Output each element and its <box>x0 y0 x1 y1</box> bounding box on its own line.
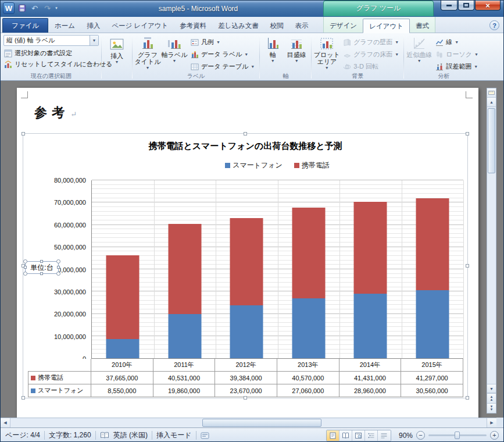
close-button[interactable]: × <box>475 1 501 10</box>
redo-button[interactable]: ↷ <box>42 3 53 13</box>
textbox-handle[interactable] <box>23 259 27 263</box>
bar-segment[interactable] <box>292 208 325 298</box>
word-logo-icon[interactable]: W <box>3 2 15 14</box>
qat-customize-dropdown[interactable]: ▼ <box>55 6 60 10</box>
ime-status-icon[interactable] <box>201 432 209 439</box>
chart-handle[interactable] <box>22 132 25 136</box>
proofing-status-icon[interactable] <box>100 432 109 439</box>
chart-title[interactable]: 携帯電話とスマートフォンの出荷台数推移と予測 <box>23 141 467 152</box>
data-labels-button[interactable]: データ ラベル ▼ <box>188 49 258 60</box>
horizontal-scrollbar[interactable]: ◀ ▶ <box>1 418 496 427</box>
bar-segment[interactable] <box>168 224 201 314</box>
maximize-button[interactable] <box>458 1 474 10</box>
undo-button[interactable]: ↶ <box>29 3 40 13</box>
chart-element-combobox[interactable]: 縦 (値) 軸 ラベル ▼ <box>3 35 99 46</box>
previous-page-button[interactable]: ▲▲ <box>487 393 496 403</box>
tab-review[interactable]: 校閲 <box>264 19 289 33</box>
stacked-bar[interactable] <box>168 180 201 358</box>
ruler-toggle-button[interactable] <box>487 88 496 98</box>
vertical-scroll-thumb[interactable] <box>488 108 495 173</box>
save-button[interactable] <box>16 3 27 13</box>
textbox-handle[interactable] <box>57 266 60 269</box>
help-icon[interactable]: ? <box>489 20 499 30</box>
horizontal-scroll-track[interactable] <box>10 418 487 427</box>
scroll-down-button[interactable]: ▼ <box>487 384 496 393</box>
chart-handle[interactable] <box>466 264 469 268</box>
plot-area-button[interactable]: プロット エリア ▼ <box>313 34 340 72</box>
textbox-handle[interactable] <box>23 272 27 276</box>
zoom-slider[interactable] <box>428 434 487 436</box>
view-web-layout-button[interactable] <box>352 430 365 441</box>
view-draft-button[interactable] <box>378 430 391 441</box>
axes-button[interactable]: 軸 ▼ <box>262 34 284 72</box>
legend-button[interactable]: 凡例 ▼ <box>188 37 258 48</box>
bar-segment[interactable] <box>354 202 387 294</box>
tab-references[interactable]: 参考資料 <box>174 19 212 33</box>
stacked-bar[interactable] <box>230 180 263 358</box>
zoom-out-button[interactable]: − <box>416 431 425 440</box>
chart-object[interactable]: 携帯電話とスマートフォンの出荷台数推移と予測 スマートフォン携帯電話 010,0… <box>23 133 468 398</box>
lines-button[interactable]: 線 ▼ <box>432 37 481 48</box>
bar-segment[interactable] <box>292 298 325 359</box>
view-outline-button[interactable] <box>365 430 378 441</box>
legend-item[interactable]: スマートフォン <box>225 161 283 170</box>
tab-chart-format[interactable]: 書式 <box>410 19 435 33</box>
data-table-button[interactable]: データ テーブル ▼ <box>188 61 258 72</box>
tab-chart-layout[interactable]: レイアウト <box>363 19 410 33</box>
zoom-level[interactable]: 90% <box>399 432 413 440</box>
textbox-handle[interactable] <box>40 260 43 263</box>
bar-segment[interactable] <box>106 339 140 358</box>
vertical-scroll-track[interactable] <box>487 107 496 384</box>
textbox-handle[interactable] <box>24 266 27 269</box>
view-fullscreen-reading-button[interactable] <box>339 430 352 441</box>
page-indicator[interactable]: ページ: 4/4 <box>5 430 40 440</box>
scroll-right-button[interactable]: ▶ <box>487 418 496 427</box>
gridlines-button[interactable]: 目盛線 ▼ <box>284 34 309 72</box>
legend-item[interactable]: 携帯電話 <box>294 161 330 170</box>
chart-title-button[interactable]: グラフ タイトル ▼ <box>134 34 161 72</box>
bar-segment[interactable] <box>416 290 449 358</box>
language-indicator[interactable]: 英語 (米国) <box>113 430 148 440</box>
chart-handle[interactable] <box>22 396 25 400</box>
tab-insert[interactable]: 挿入 <box>81 19 106 33</box>
next-page-button[interactable]: ▼▼ <box>487 403 496 413</box>
stacked-bar[interactable] <box>416 180 449 358</box>
bar-segment[interactable] <box>416 198 449 290</box>
zoom-in-button[interactable]: + <box>490 431 499 440</box>
char-count[interactable]: 文字数: 1,260 <box>49 430 91 440</box>
chart-handle[interactable] <box>466 396 469 400</box>
chart-legend[interactable]: スマートフォン携帯電話 <box>91 161 463 170</box>
scroll-up-button[interactable]: ▲ <box>487 98 496 107</box>
bar-segment[interactable] <box>230 305 263 358</box>
stacked-bar[interactable] <box>106 180 140 358</box>
reset-to-style-button[interactable]: リセットしてスタイルに合わせる <box>3 59 99 70</box>
zoom-slider-thumb[interactable] <box>455 432 460 439</box>
tab-file[interactable]: ファイル <box>2 18 48 33</box>
chart-handle[interactable] <box>244 396 247 400</box>
combobox-dropdown-icon[interactable]: ▼ <box>90 35 98 45</box>
bar-segment[interactable] <box>354 294 387 358</box>
textbox-handle[interactable] <box>40 272 43 275</box>
tab-home[interactable]: ホーム <box>49 19 81 33</box>
vertical-scrollbar[interactable]: ▲ ▼ ▲▲ ▼▼ <box>487 88 496 414</box>
chart-handle[interactable] <box>244 132 247 136</box>
horizontal-scroll-thumb[interactable] <box>202 419 321 427</box>
textbox-handle[interactable] <box>56 272 60 276</box>
stacked-bar[interactable] <box>292 180 325 358</box>
chart-handle[interactable] <box>466 132 469 136</box>
format-selection-button[interactable]: 選択対象の書式設定 <box>3 48 99 59</box>
bar-segment[interactable] <box>168 314 201 358</box>
plot-area[interactable] <box>91 180 463 359</box>
insert-mode-indicator[interactable]: 挿入モード <box>156 430 192 440</box>
minimize-button[interactable] <box>441 1 457 10</box>
bar-segment[interactable] <box>106 255 140 339</box>
insert-group-button[interactable]: 挿入 ▼ <box>103 34 130 72</box>
document-page[interactable]: 参考↵ 携帯電話とスマートフォンの出荷台数推移と予測 スマートフォン携帯電話 0… <box>17 88 478 418</box>
chart-data-table[interactable]: 2010年2011年2012年2013年2014年2015年携帯電話37,665… <box>28 359 463 397</box>
tab-page-layout[interactable]: ページ レイアウト <box>106 19 174 33</box>
bar-segment[interactable] <box>230 218 263 306</box>
tab-view[interactable]: 表示 <box>289 19 314 33</box>
textbox-handle[interactable] <box>56 259 60 263</box>
view-print-layout-button[interactable] <box>327 430 339 441</box>
tab-chart-design[interactable]: デザイン <box>324 19 363 33</box>
